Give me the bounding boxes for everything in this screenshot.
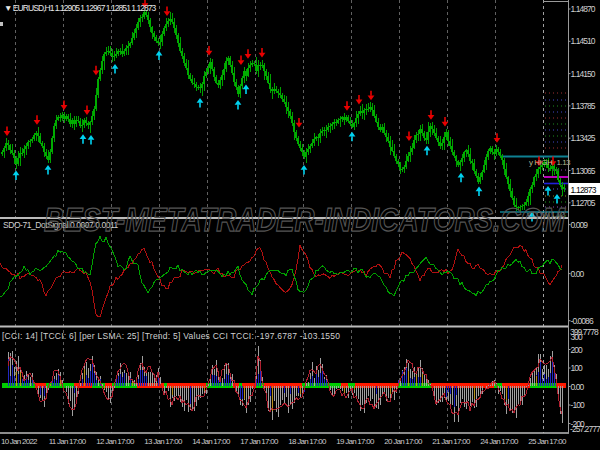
svg-text:1.13: 1.13 (557, 158, 572, 167)
svg-text:10 Jan 2022: 10 Jan 2022 (1, 437, 38, 446)
svg-text:1.12705: 1.12705 (571, 198, 596, 208)
svg-text:1.13065: 1.13065 (571, 166, 596, 176)
svg-text:25 Jan 17:00: 25 Jan 17:00 (528, 437, 567, 446)
svg-text:19 Jan 17:00: 19 Jan 17:00 (336, 437, 375, 446)
svg-text:y HIGH: y HIGH (529, 158, 553, 167)
svg-text:18 Jan 17:00: 18 Jan 17:00 (288, 437, 327, 446)
svg-text:21 Jan 17:00: 21 Jan 17:00 (432, 437, 471, 446)
svg-text:17 Jan 17:00: 17 Jan 17:00 (240, 437, 279, 446)
svg-text:1.14510: 1.14510 (571, 36, 596, 46)
svg-text:14 Jan 17:00: 14 Jan 17:00 (192, 437, 231, 446)
svg-text:24 Jan 17:00: 24 Jan 17:00 (480, 437, 519, 446)
svg-text:1.14150: 1.14150 (571, 69, 596, 79)
svg-text:13 Jan 17:00: 13 Jan 17:00 (144, 437, 183, 446)
svg-text:12 Jan 17:00: 12 Jan 17:00 (96, 437, 135, 446)
svg-text:[CCI: 14] [TCCI: 6] [per LSMA:: [CCI: 14] [TCCI: 6] [per LSMA: 25] [Tren… (2, 331, 340, 341)
svg-text:▼ EURUSD,H1 1.12905 1.12967 1: ▼ EURUSD,H1 1.12905 1.12967 1.12851 1.12… (4, 3, 157, 13)
svg-text:-257.2777: -257.2777 (570, 424, 600, 434)
svg-text:0.00: 0.00 (571, 382, 585, 392)
svg-text:1.14870: 1.14870 (571, 4, 596, 14)
svg-text:-100: -100 (571, 400, 585, 410)
svg-text:-0.0086: -0.0086 (571, 316, 594, 326)
svg-text:0.00: 0.00 (571, 269, 585, 279)
svg-text:20 Jan 17:00: 20 Jan 17:00 (384, 437, 423, 446)
svg-text:1.12873: 1.12873 (571, 185, 597, 195)
svg-text:11 Jan 17:00: 11 Jan 17:00 (49, 437, 87, 446)
svg-text:1.13425: 1.13425 (571, 133, 596, 143)
svg-text:399.7778: 399.7778 (570, 327, 599, 337)
svg-text:100: 100 (571, 363, 584, 373)
svg-text:0.009: 0.009 (571, 220, 589, 230)
svg-text:1.13785: 1.13785 (571, 101, 596, 111)
svg-text:200: 200 (571, 345, 584, 355)
